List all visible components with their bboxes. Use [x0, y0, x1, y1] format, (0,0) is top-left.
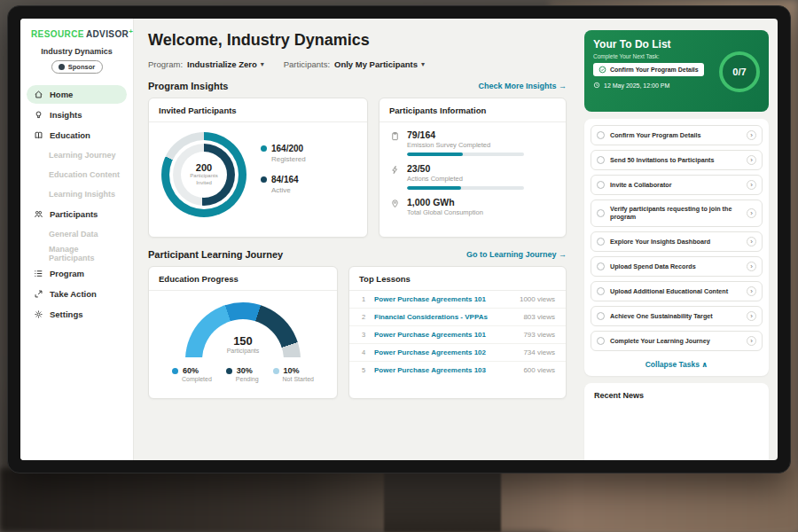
- lesson-row: 1 Power Purchase Agreements 101 1000 vie…: [349, 291, 566, 309]
- sidebar-item-manage-participants[interactable]: Manage Participants: [20, 245, 133, 262]
- task-item-upload-spend-data[interactable]: Upload Spend Data Records ›: [591, 256, 763, 277]
- task-checkbox[interactable]: [597, 287, 605, 295]
- legend-dot: [226, 368, 232, 374]
- lesson-rank: 3: [360, 331, 367, 339]
- lesson-link[interactable]: Power Purchase Agreements 102: [374, 348, 516, 356]
- participants-select[interactable]: Only My Participants ▾: [334, 59, 425, 69]
- org-name: Industry Dynamics: [20, 47, 133, 56]
- sidebar-item-learning-journey[interactable]: Learning Journey: [20, 146, 133, 164]
- task-checkbox[interactable]: [597, 156, 605, 164]
- chevron-right-icon[interactable]: ›: [747, 208, 756, 218]
- sidebar-item-program[interactable]: Program: [20, 264, 133, 283]
- lesson-row: 2 Financial Considerations - VPPAs 803 v…: [349, 309, 566, 326]
- task-checkbox[interactable]: [597, 181, 605, 189]
- donut-center: 200 Participants Invited: [161, 132, 246, 217]
- stat-actions-completed: 23/50 Actions Completed: [379, 156, 566, 190]
- chevron-right-icon[interactable]: ›: [747, 262, 756, 271]
- sidebar-item-general-data[interactable]: General Data: [20, 225, 133, 243]
- chevron-right-icon[interactable]: ›: [747, 237, 756, 246]
- task-checkbox[interactable]: [597, 312, 605, 320]
- task-checkbox[interactable]: [597, 337, 605, 345]
- card-title: Invited Participants: [149, 98, 367, 122]
- sidebar-item-take-action[interactable]: Take Action: [20, 285, 133, 303]
- logo-resource: RESOURCE: [31, 29, 84, 39]
- task-item-complete-learning-journey[interactable]: Complete Your Learning Journey ›: [591, 331, 763, 351]
- lesson-link[interactable]: Power Purchase Agreements 101: [374, 331, 516, 339]
- sidebar-item-label: Settings: [50, 309, 82, 319]
- lesson-rank: 1: [360, 295, 367, 303]
- chevron-right-icon[interactable]: ›: [747, 130, 756, 140]
- stat-label: Actions Completed: [407, 175, 524, 183]
- task-checkbox[interactable]: [597, 209, 605, 217]
- task-item-verify-participants[interactable]: Verify participants requesting to join t…: [591, 200, 763, 227]
- bulb-icon: [34, 110, 43, 120]
- next-task-pill[interactable]: Confirm Your Program Details: [593, 63, 704, 76]
- task-label: Complete Your Learning Journey: [610, 337, 741, 345]
- task-item-confirm-program[interactable]: Confirm Your Program Details ›: [591, 125, 763, 145]
- lesson-rank: 4: [360, 348, 367, 356]
- chevron-right-icon[interactable]: ›: [747, 336, 756, 346]
- legend-dot: [273, 368, 279, 374]
- lesson-views: 734 views: [523, 348, 555, 356]
- sidebar: RESOURCEADVISOR+ Industry Dynamics Spons…: [20, 19, 134, 460]
- card-title: Education Progress: [149, 267, 337, 291]
- lesson-row: 4 Power Purchase Agreements 102 734 view…: [349, 344, 566, 362]
- legend-item-pending: 30% Pending: [226, 366, 259, 382]
- app-screen: RESOURCEADVISOR+ Industry Dynamics Spons…: [20, 19, 778, 460]
- sidebar-item-label: Participants: [50, 209, 98, 219]
- task-label: Confirm Your Program Details: [610, 131, 741, 139]
- chevron-right-icon[interactable]: ›: [747, 311, 756, 321]
- progress-fill: [407, 186, 461, 190]
- stat-value: 79/164: [407, 129, 524, 140]
- lesson-link[interactable]: Financial Considerations - VPPAs: [374, 313, 516, 321]
- sidebar-item-participants[interactable]: Participants: [20, 205, 133, 223]
- chevron-down-icon: ▾: [261, 60, 264, 68]
- task-item-achieve-target[interactable]: Achieve One Sustainability Target ›: [591, 306, 763, 326]
- task-checkbox[interactable]: [597, 262, 605, 270]
- legend-value: 60%: [183, 366, 199, 375]
- sidebar-item-label: Take Action: [50, 289, 97, 299]
- gauge-center-label: Participants: [149, 348, 337, 354]
- go-to-learning-journey-link[interactable]: Go to Learning Journey →: [466, 250, 567, 259]
- program-select[interactable]: Industrialize Zero ▾: [187, 59, 264, 69]
- stat-value: 1,000 GWh: [407, 197, 483, 207]
- sidebar-item-settings[interactable]: Settings: [20, 305, 133, 324]
- lesson-rank: 2: [360, 313, 367, 321]
- sidebar-item-home[interactable]: Home: [27, 85, 127, 104]
- sponsor-icon: [59, 64, 65, 70]
- task-list: Confirm Your Program Details › Send 50 I…: [584, 119, 769, 376]
- collapse-tasks-link[interactable]: Collapse Tasks ∧: [591, 356, 763, 374]
- sidebar-item-insights[interactable]: Insights: [20, 106, 133, 124]
- learning-cards-row: Education Progress 150 Participants 60% …: [148, 266, 567, 399]
- recent-news-title: Recent News: [594, 391, 759, 400]
- legend-dot: [261, 176, 267, 183]
- check-more-insights-link[interactable]: Check More Insights →: [478, 82, 567, 90]
- task-item-upload-educational-content[interactable]: Upload Additional Educational Content ›: [591, 281, 763, 301]
- task-label: Invite a Collaborator: [610, 181, 741, 189]
- action-arrow-icon: [34, 289, 43, 299]
- main-content: Welcome, Industry Dynamics Program: Indu…: [134, 19, 579, 460]
- lesson-link[interactable]: Power Purchase Agreements 101: [374, 295, 512, 303]
- sponsor-label: Sponsor: [68, 63, 95, 71]
- lesson-link[interactable]: Power Purchase Agreements 103: [374, 366, 516, 374]
- chevron-right-icon[interactable]: ›: [747, 286, 756, 296]
- legend-dot: [261, 145, 267, 152]
- legend-value: 84/164: [271, 175, 299, 184]
- lesson-row: 5 Power Purchase Agreements 103 600 view…: [349, 362, 566, 379]
- sidebar-item-learning-insights[interactable]: Learning Insights: [20, 185, 133, 203]
- stat-label: Emission Survey Completed: [407, 141, 524, 149]
- chevron-right-icon[interactable]: ›: [747, 155, 756, 165]
- task-item-explore-insights[interactable]: Explore Your Insights Dashboard ›: [591, 231, 763, 252]
- task-checkbox[interactable]: [597, 238, 605, 246]
- stat-value: 23/50: [407, 163, 524, 174]
- task-item-invite-collaborator[interactable]: Invite a Collaborator ›: [591, 175, 763, 195]
- chevron-right-icon[interactable]: ›: [747, 180, 756, 190]
- sidebar-item-education[interactable]: Education: [20, 126, 133, 145]
- sidebar-item-education-content[interactable]: Education Content: [20, 166, 133, 184]
- section-title: Program Insights: [148, 81, 228, 91]
- participants-select-value: Only My Participants: [334, 59, 418, 69]
- education-progress-card: Education Progress 150 Participants 60% …: [148, 266, 338, 399]
- task-checkbox[interactable]: [597, 131, 605, 139]
- task-item-send-invitations[interactable]: Send 50 Invitations to Participants ›: [591, 150, 763, 170]
- todo-progress-value: 0/7: [732, 66, 746, 77]
